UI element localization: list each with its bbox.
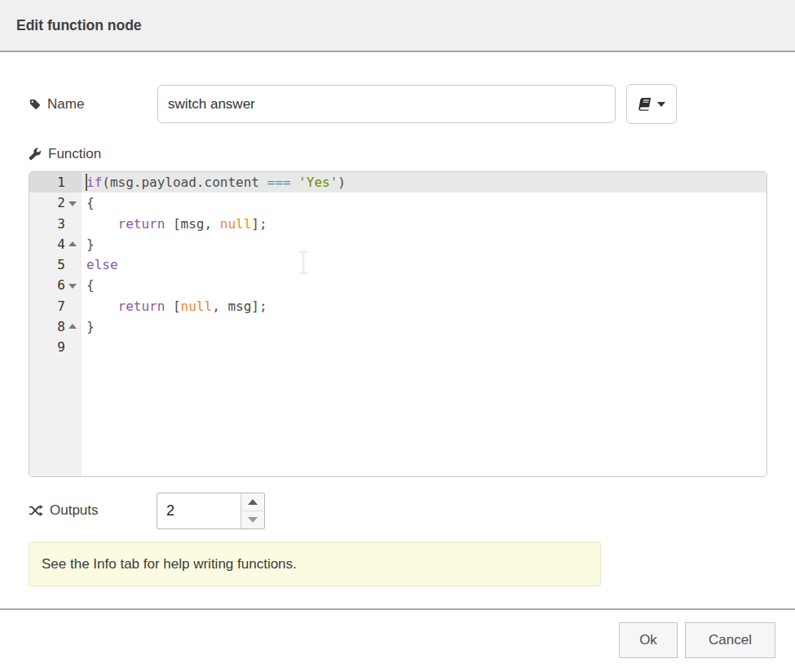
- fold-spacer: [65, 296, 80, 316]
- code-line[interactable]: 2{: [29, 192, 766, 213]
- fold-down-icon[interactable]: [65, 192, 80, 213]
- fold-up-icon[interactable]: [65, 316, 80, 337]
- dialog-header: Edit function node: [0, 0, 795, 52]
- outputs-spinner: [157, 493, 265, 529]
- code-text: if(msg.payload.content === 'Yes'): [82, 172, 766, 192]
- gutter-cell: 5: [29, 254, 82, 275]
- outputs-label-row: Outputs: [29, 500, 99, 521]
- code-line[interactable]: 7 return [null, msg];: [29, 296, 766, 316]
- line-number: 5: [29, 254, 65, 275]
- code-line[interactable]: 1if(msg.payload.content === 'Yes'): [29, 172, 766, 192]
- code-line[interactable]: 3 return [msg, null];: [29, 214, 766, 234]
- line-number: 1: [29, 172, 65, 192]
- line-number: 9: [29, 337, 65, 357]
- spinner-buttons: [241, 493, 264, 528]
- outputs-label: Outputs: [50, 502, 99, 519]
- form-tips: See the Info tab for help writing functi…: [29, 542, 601, 586]
- form-tips-text: See the Info tab for help writing functi…: [42, 556, 297, 573]
- library-button[interactable]: [626, 84, 677, 124]
- arrow-up-icon: [248, 499, 258, 505]
- code-line[interactable]: 6{: [29, 275, 766, 295]
- code-line[interactable]: 8}: [29, 316, 766, 337]
- outputs-input[interactable]: [157, 493, 241, 528]
- footer-divider: [0, 608, 795, 610]
- fold-spacer: [65, 172, 80, 192]
- line-number: 4: [29, 234, 65, 254]
- gutter-cell: 6: [29, 275, 82, 295]
- gutter-cell: 7: [29, 296, 82, 316]
- tag-icon: [29, 98, 41, 110]
- code-text: return [msg, null];: [82, 214, 766, 234]
- fold-up-icon[interactable]: [65, 234, 80, 254]
- shuffle-icon: [29, 504, 43, 517]
- code-text: {: [82, 275, 766, 295]
- code-text: [82, 337, 766, 357]
- cancel-button[interactable]: Cancel: [685, 622, 775, 658]
- code-text: return [null, msg];: [82, 296, 766, 316]
- ok-button[interactable]: Ok: [619, 622, 678, 658]
- spinner-down-button[interactable]: [241, 511, 264, 528]
- gutter-cell: 9: [29, 337, 82, 357]
- function-label: Function: [48, 146, 101, 162]
- wrench-icon: [29, 148, 42, 161]
- fold-spacer: [65, 337, 80, 357]
- gutter-cell: 8: [29, 316, 82, 337]
- function-code-editor[interactable]: 1if(msg.payload.content === 'Yes')2{3 re…: [29, 171, 767, 477]
- dialog-title: Edit function node: [16, 17, 142, 34]
- book-icon: [638, 97, 652, 112]
- editor-caret: [86, 174, 87, 191]
- code-line[interactable]: 9: [29, 337, 766, 357]
- code-text: }: [82, 316, 766, 337]
- line-number: 6: [29, 275, 65, 295]
- name-label-row: Name: [29, 85, 84, 123]
- line-number: 8: [29, 316, 65, 337]
- gutter-cell: 3: [29, 214, 82, 234]
- name-label: Name: [47, 96, 84, 113]
- gutter-cell: 4: [29, 234, 82, 254]
- code-line[interactable]: 4}: [29, 234, 766, 254]
- code-text: else: [82, 254, 766, 275]
- line-number: 7: [29, 296, 65, 316]
- gutter-cell: 1: [29, 172, 82, 192]
- line-number: 3: [29, 214, 65, 234]
- gutter-cell: 2: [29, 192, 82, 213]
- editor-lines: 1if(msg.payload.content === 'Yes')2{3 re…: [29, 172, 766, 476]
- fold-down-icon[interactable]: [65, 275, 80, 295]
- function-label-row: Function: [29, 144, 101, 165]
- code-line[interactable]: 5else: [29, 254, 766, 275]
- spinner-up-button[interactable]: [241, 493, 264, 511]
- fold-spacer: [65, 254, 80, 275]
- line-number: 2: [29, 192, 65, 213]
- code-text: {: [82, 192, 766, 213]
- arrow-down-icon: [248, 517, 258, 523]
- fold-spacer: [65, 214, 80, 234]
- code-text: }: [82, 234, 766, 254]
- edit-function-node-dialog: Edit function node Name Function 1if(msg…: [0, 0, 795, 672]
- name-input[interactable]: [157, 85, 616, 123]
- caret-down-icon: [657, 102, 665, 107]
